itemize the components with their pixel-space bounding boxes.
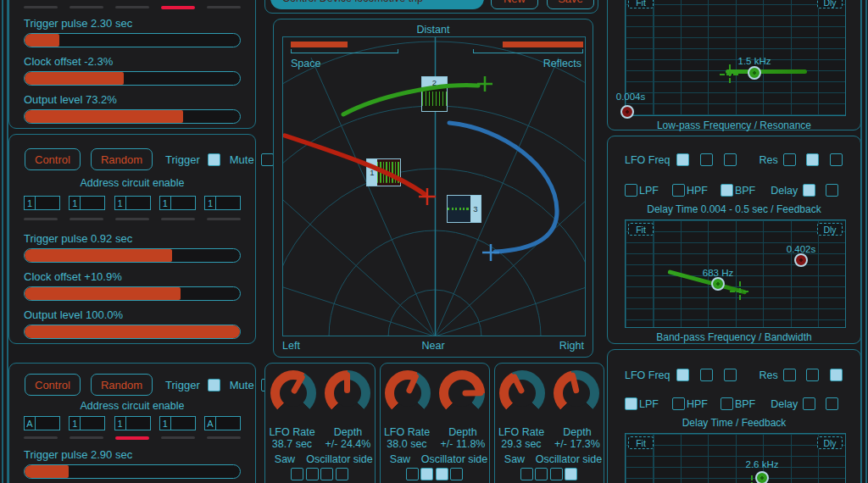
res-checkbox[interactable]	[783, 369, 796, 381]
delay-handle[interactable]	[794, 253, 808, 267]
delay-checkbox[interactable]	[803, 184, 815, 197]
graph-caption: Low-pass Frequency / Resonance	[608, 119, 860, 131]
trajectory-green[interactable]	[343, 86, 478, 114]
address-step-value: A	[205, 417, 216, 430]
fit-button[interactable]: Fit	[628, 0, 654, 8]
address-step[interactable]: 1	[204, 196, 241, 210]
trigger-checkbox[interactable]	[208, 379, 220, 391]
depth-knob[interactable]	[325, 370, 370, 416]
lfo-freq-checkbox[interactable]	[676, 369, 689, 381]
lfo-freq-checkbox[interactable]	[700, 369, 713, 381]
lfo-freq-checkbox[interactable]	[700, 153, 713, 166]
new-button[interactable]: New	[491, 0, 538, 9]
blue-endpoint-marker[interactable]	[482, 244, 499, 261]
random-button[interactable]: Random	[91, 148, 153, 170]
address-step[interactable]: 1	[24, 196, 60, 210]
saw-checkbox[interactable]	[520, 468, 533, 480]
mute-checkbox[interactable]	[261, 153, 274, 166]
delay-handle[interactable]	[620, 105, 634, 119]
trigger-pulse-slider[interactable]	[24, 464, 241, 479]
frequency-handle[interactable]	[711, 277, 725, 291]
bandpass-graph[interactable]: Fit Dly 0.402s 683 Hz	[625, 219, 846, 328]
address-step[interactable]: 1	[69, 416, 105, 430]
trigger-pulse-slider[interactable]	[24, 33, 241, 47]
trajectory-blue[interactable]	[449, 123, 557, 252]
save-button[interactable]: Save	[547, 0, 594, 9]
spatial-field[interactable]: Space Reflects 1 2 3	[282, 36, 586, 336]
lfo-rate-knob[interactable]	[270, 370, 316, 416]
oscillator-side-checkbox[interactable]	[550, 468, 563, 480]
frequency-handle[interactable]	[755, 471, 769, 483]
res-checkbox[interactable]	[830, 369, 843, 381]
clock-offset-slider[interactable]	[24, 286, 241, 301]
address-step[interactable]: 1	[114, 196, 151, 210]
address-step[interactable]: 1	[69, 196, 105, 210]
lfo-rate-knob[interactable]	[499, 370, 545, 416]
delay-checkbox[interactable]	[826, 184, 838, 197]
res-checkbox[interactable]	[783, 153, 796, 166]
depth-knob[interactable]	[554, 370, 599, 416]
oscillator-side-checkbox[interactable]	[436, 468, 448, 480]
knob-pointer	[462, 390, 483, 396]
dly-button[interactable]: Dly	[817, 0, 843, 8]
oscillator-side-checkbox[interactable]	[420, 468, 433, 480]
lfo-freq-checkbox[interactable]	[724, 369, 737, 381]
green-endpoint-marker[interactable]	[477, 76, 492, 92]
bpf-checkbox[interactable]	[721, 184, 733, 197]
preset-selector[interactable]: Control Device locomotive trip	[270, 0, 484, 9]
frequency-handle[interactable]	[748, 66, 761, 80]
hpf-checkbox[interactable]	[672, 397, 685, 410]
address-step[interactable]: A	[24, 416, 60, 430]
address-step[interactable]: 1	[159, 416, 196, 430]
delay-checkbox[interactable]	[803, 397, 815, 410]
dly-button[interactable]: Dly	[817, 223, 843, 236]
control-button[interactable]: Control	[25, 148, 81, 170]
address-step[interactable]: 1	[114, 416, 151, 430]
lfo-freq-checkbox[interactable]	[676, 153, 689, 166]
output-level-slider[interactable]	[24, 109, 241, 124]
saw-checkbox[interactable]	[406, 468, 419, 480]
output-level-label: Output level 73.2%	[24, 93, 241, 106]
lfo-marker[interactable]	[720, 64, 738, 83]
res-checkbox[interactable]	[830, 153, 843, 166]
trajectory-red[interactable]	[285, 136, 426, 195]
delay-graph[interactable]: Fit Dly 2.6 kHz	[625, 433, 846, 483]
oscillator-side-label: Oscillator side	[534, 453, 604, 465]
res-checkbox[interactable]	[806, 153, 819, 166]
dly-button[interactable]: Dly	[817, 436, 843, 449]
oscillator-side-checkbox[interactable]	[336, 468, 348, 480]
trajectories[interactable]	[283, 37, 586, 336]
oscillator-side-checkbox[interactable]	[306, 468, 319, 480]
depth-knob[interactable]	[439, 370, 485, 416]
fit-button[interactable]: Fit	[628, 436, 654, 449]
oscillator-side-checkbox[interactable]	[450, 468, 463, 480]
lpf-checkbox[interactable]	[625, 184, 637, 197]
clock-offset-slider[interactable]	[24, 71, 241, 86]
oscillator-side-checkbox[interactable]	[565, 468, 577, 480]
hpf-checkbox[interactable]	[672, 184, 685, 197]
lfo-marker[interactable]	[730, 281, 748, 300]
bpf-checkbox[interactable]	[721, 397, 733, 410]
trigger-checkbox[interactable]	[208, 153, 220, 166]
mute-label: Mute	[230, 379, 254, 391]
lfo-rate-knob[interactable]	[385, 370, 431, 416]
address-step[interactable]: A	[204, 416, 241, 430]
lpf-checkbox[interactable]	[625, 397, 637, 410]
lfo-panel-2: LFO Rate38.0 sec Depth+/- 11.8% Saw Osci…	[380, 363, 490, 483]
oscillator-side-checkbox[interactable]	[535, 468, 548, 480]
address-step[interactable]: 1	[159, 196, 196, 210]
trigger-pulse-slider[interactable]	[24, 248, 241, 263]
res-checkbox[interactable]	[806, 369, 819, 381]
random-button[interactable]: Random	[91, 374, 153, 396]
lfo-freq-label: LFO Freq	[625, 369, 670, 381]
output-level-slider[interactable]	[24, 325, 241, 339]
fit-button[interactable]: Fit	[628, 223, 654, 236]
bandpass-filter-panel: LFO Freq Res LPF HPF BPF Delay Delay Tim…	[607, 136, 861, 344]
control-button[interactable]: Control	[25, 374, 81, 396]
saw-checkbox[interactable]	[291, 468, 303, 480]
delay-checkbox[interactable]	[826, 397, 838, 410]
depth-readout: Depth+/- 11.8%	[438, 426, 487, 450]
lowpass-graph[interactable]: Fit Dly 1.5 kHz 0.004s	[625, 0, 846, 116]
lfo-freq-checkbox[interactable]	[724, 153, 737, 166]
oscillator-side-checkbox[interactable]	[320, 468, 333, 480]
